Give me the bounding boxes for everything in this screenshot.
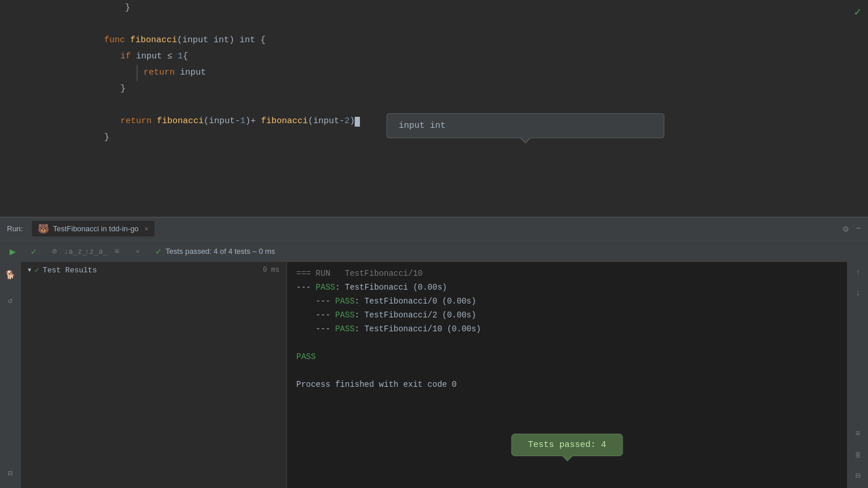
toast-text: Tests passed: 4: [528, 440, 606, 450]
test-time-badge: 0 ms: [263, 266, 279, 274]
literal-1: 1: [178, 49, 183, 65]
status-text: Tests passed: 4 of 4 tests – 0 ms: [165, 247, 275, 256]
right-scrollbar: ↑ ↓ ≡ ≣ ⊟: [847, 262, 868, 488]
minimize-icon[interactable]: −: [855, 224, 861, 234]
stop-button[interactable]: ⊘: [46, 243, 62, 260]
tab-icon: 🐻: [38, 223, 49, 234]
run-toolbar: ▶ ✓ ⊘ ↓a̲z̲ ↑z̲a̲ ≡ » ✓ Tests passed: 4 …: [0, 240, 868, 262]
sidebar-icon-bottom[interactable]: ⊟: [2, 465, 19, 481]
output-line-3: --- PASS: TestFibonacci/0 (0.00s): [296, 294, 838, 308]
status-check-icon: ✓: [155, 247, 162, 256]
test-results-sidebar: ▼ ✓ Test Results 0 ms: [21, 262, 287, 488]
sort-za-button[interactable]: ↑z̲a̲: [88, 243, 104, 260]
pass-check-icon: ✓: [35, 265, 39, 275]
toast-notification: Tests passed: 4: [511, 434, 623, 456]
check-button[interactable]: ✓: [25, 243, 42, 260]
scroll-list-icon[interactable]: ≡: [850, 426, 866, 442]
align-button[interactable]: ≡: [109, 243, 125, 260]
test-results-label: Test Results: [43, 266, 97, 275]
output-line-5: --- PASS: TestFibonacci/10 (0.00s): [296, 322, 838, 336]
output-area: === RUN TestFibonacci/10 --- PASS: TestF…: [287, 262, 847, 488]
keyword-func: func: [104, 32, 130, 49]
sidebar-icon-1[interactable]: 🐕: [2, 267, 19, 283]
param-name: input: [182, 32, 214, 49]
output-line-4: --- PASS: TestFibonacci/2 (0.00s): [296, 308, 838, 322]
tooltip-type: int: [425, 121, 446, 131]
run-label: Run:: [7, 224, 23, 233]
cursor: [355, 117, 360, 127]
run-content: 🐕 ↺ ⊟ ▼ ✓ Test Results 0 ms === RUN Test…: [0, 262, 868, 488]
function-name: fibonacci: [130, 32, 177, 49]
code-line-if: if input ≤ 1{: [104, 49, 868, 65]
far-left-sidebar: 🐕 ↺ ⊟: [0, 262, 21, 488]
sidebar-icon-2[interactable]: ↺: [2, 292, 19, 308]
output-line-process: Process finished with exit code 0: [296, 378, 838, 391]
code-line-return-input: return input: [104, 65, 868, 81]
param-type: int: [214, 32, 229, 49]
play-button[interactable]: ▶: [5, 243, 21, 260]
call-fib-2: fibonacci: [261, 113, 308, 130]
call-fib-1: fibonacci: [157, 113, 204, 130]
more-button[interactable]: »: [130, 243, 146, 260]
keyword-if: if: [120, 49, 136, 65]
tooltip-keyword: input: [399, 121, 425, 131]
settings-icon[interactable]: ⚙: [843, 223, 849, 235]
tab-close-button[interactable]: ×: [145, 225, 149, 233]
output-line-pass: PASS: [296, 350, 838, 364]
tab-label: TestFibonacci in tdd-in-go: [53, 224, 138, 233]
run-panel-header: Run: 🐻 TestFibonacci in tdd-in-go × ⚙ −: [0, 217, 868, 240]
scroll-down-icon[interactable]: ↓: [850, 285, 866, 301]
output-line-1: === RUN TestFibonacci/10: [296, 267, 838, 280]
code-line-func-sig: func fibonacci(input int) int {: [104, 32, 868, 49]
scroll-up-icon[interactable]: ↑: [850, 264, 866, 280]
keyword-return-2: return: [120, 113, 157, 130]
test-status: ✓ Tests passed: 4 of 4 tests – 0 ms: [155, 247, 275, 256]
keyword-return-1: return: [144, 65, 180, 81]
run-tab[interactable]: 🐻 TestFibonacci in tdd-in-go ×: [32, 221, 154, 236]
scroll-list2-icon[interactable]: ≣: [850, 446, 866, 463]
code-line-1: }: [104, 0, 868, 16]
expand-triangle-icon: ▼: [28, 267, 31, 273]
autocomplete-tooltip: input int: [387, 113, 664, 138]
return-type: int: [240, 32, 255, 49]
code-line-close-if: }: [104, 81, 868, 97]
editor-area: ✓ } func fibonacci(input int) int { if i…: [0, 0, 868, 217]
test-results-row[interactable]: ▼ ✓ Test Results 0 ms: [21, 262, 286, 278]
scroll-print-icon[interactable]: ⊟: [850, 467, 866, 483]
sort-az-button[interactable]: ↓a̲z̲: [67, 243, 83, 260]
output-line-2: --- PASS: TestFibonacci (0.00s): [296, 280, 838, 294]
